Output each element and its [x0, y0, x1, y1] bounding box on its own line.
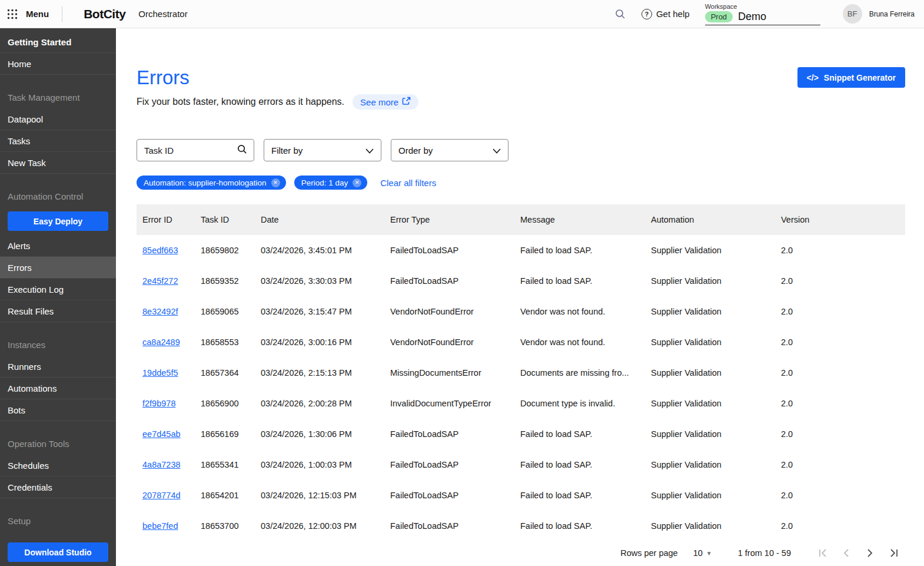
cell-automation: Supplier Validation: [645, 368, 775, 378]
clear-all-filters-link[interactable]: Clear all filters: [380, 178, 436, 188]
snippet-generator-button[interactable]: </> Snippet Generator: [797, 67, 905, 88]
user-menu[interactable]: BF Bruna Ferreira: [843, 4, 915, 24]
cell-date: 03/24/2026, 2:00:28 PM: [255, 399, 384, 408]
rows-per-page-dropdown[interactable]: 10 ▼: [693, 548, 712, 558]
code-icon: </>: [807, 73, 819, 82]
sidebar-heading-getting-started: Getting Started: [0, 31, 116, 53]
download-studio-button[interactable]: Download Studio: [8, 542, 108, 562]
avatar: BF: [843, 4, 862, 24]
column-header-error-type: Error Type: [384, 215, 514, 224]
cell-automation: Supplier Validation: [645, 521, 775, 531]
sidebar-item-schedules[interactable]: Schedules: [0, 455, 116, 476]
cell-date: 03/24/2026, 3:00:16 PM: [255, 337, 384, 347]
column-header-date: Date: [255, 215, 384, 224]
first-page-button[interactable]: [811, 545, 835, 561]
cell-error-id: f2f9b978: [137, 399, 195, 408]
cell-version: 2.0: [775, 491, 905, 500]
cell-version: 2.0: [775, 521, 905, 531]
cell-task-id: 18655341: [195, 460, 255, 469]
sidebar-heading-task-management: Task Management: [0, 87, 116, 108]
sidebar-item-result-files[interactable]: Result Files: [0, 300, 116, 322]
cell-task-id: 18659352: [195, 276, 255, 286]
cell-date: 03/24/2026, 1:00:03 PM: [255, 460, 384, 469]
topbar-divider: [62, 6, 62, 22]
table-row: 2e45f272 18659352 03/24/2026, 3:30:03 PM…: [137, 266, 905, 296]
active-filters: Automation: supplier-homologation ✕ Peri…: [137, 176, 905, 190]
order-by-dropdown[interactable]: Order by: [391, 139, 508, 161]
error-id-link[interactable]: 4a8a7238: [142, 460, 181, 469]
workspace-name: Demo: [738, 11, 766, 23]
cell-version: 2.0: [775, 337, 905, 347]
previous-page-button[interactable]: [835, 545, 858, 561]
pagination-bar: Rows per page 10 ▼ 1 from 10 - 59: [137, 545, 905, 561]
sidebar-item-home[interactable]: Home: [0, 53, 116, 75]
column-header-message: Message: [514, 215, 645, 224]
table-row: ee7d45ab 18656169 03/24/2026, 1:30:06 PM…: [137, 419, 905, 449]
snippet-generator-label: Snippet Generator: [824, 73, 896, 82]
apps-grid-icon[interactable]: [7, 9, 18, 19]
sidebar-item-alerts[interactable]: Alerts: [0, 235, 116, 257]
column-header-version: Version: [775, 215, 905, 224]
chevron-down-icon: [493, 145, 501, 155]
cell-message: Failed to load SAP.: [514, 276, 645, 286]
pagination-range: 1 from 10 - 59: [738, 548, 791, 558]
workspace-label: Workspace: [705, 3, 820, 10]
rows-per-page-value: 10: [693, 548, 703, 558]
sidebar-item-automations[interactable]: Automations: [0, 378, 116, 399]
cell-version: 2.0: [775, 460, 905, 469]
sidebar-item-errors[interactable]: Errors: [0, 257, 116, 279]
menu-button[interactable]: Menu: [26, 9, 49, 19]
sidebar-item-new-task[interactable]: New Task: [0, 152, 116, 174]
sidebar-item-credentials[interactable]: Credentials: [0, 476, 116, 498]
cell-message: Failed to load SAP.: [514, 521, 645, 531]
table-row: 4a8a7238 18655341 03/24/2026, 1:00:03 PM…: [137, 449, 905, 480]
close-icon[interactable]: ✕: [353, 178, 361, 187]
cell-error-type: MissingDocumentsError: [384, 368, 514, 378]
error-id-link[interactable]: 2078774d: [142, 491, 181, 500]
error-id-link[interactable]: ee7d45ab: [142, 429, 181, 439]
cell-error-type: InvalidDocumentTypeError: [384, 399, 514, 408]
cell-task-id: 18657364: [195, 368, 255, 378]
errors-table: Error ID Task ID Date Error Type Message…: [137, 204, 905, 541]
workspace-selector[interactable]: Workspace Prod Demo: [705, 3, 820, 25]
table-body: 85edf663 18659802 03/24/2026, 3:45:01 PM…: [137, 235, 905, 541]
error-id-link[interactable]: ca8a2489: [142, 337, 180, 347]
search-icon[interactable]: [614, 8, 626, 20]
sidebar-item-bots[interactable]: Bots: [0, 399, 116, 421]
cell-date: 03/24/2026, 3:30:03 PM: [255, 276, 384, 286]
close-icon[interactable]: ✕: [271, 178, 280, 187]
filter-by-dropdown[interactable]: Filter by: [264, 139, 381, 161]
sidebar-item-runners[interactable]: Runners: [0, 356, 116, 378]
error-id-link[interactable]: 8e32492f: [142, 307, 178, 316]
sidebar-item-tasks[interactable]: Tasks: [0, 130, 116, 152]
filter-chip-label: Period: 1 day: [301, 178, 348, 187]
get-help-button[interactable]: ? Get help: [642, 9, 690, 19]
see-more-link[interactable]: See more: [353, 94, 418, 110]
error-id-link[interactable]: 19dde5f5: [142, 368, 178, 378]
cell-error-id: bebe7fed: [137, 521, 195, 531]
sidebar: Getting Started Home Task Management Dat…: [0, 28, 116, 566]
table-row: bebe7fed 18653700 03/24/2026, 12:00:03 P…: [137, 511, 905, 541]
sidebar-item-datapool[interactable]: Datapool: [0, 108, 116, 130]
error-id-link[interactable]: bebe7fed: [142, 521, 178, 531]
env-badge: Prod: [705, 11, 733, 22]
cell-error-id: 19dde5f5: [137, 368, 195, 378]
last-page-button[interactable]: [882, 545, 905, 561]
cell-message: Vendor was not found.: [514, 337, 645, 347]
task-id-input[interactable]: [144, 145, 237, 155]
see-more-label: See more: [360, 97, 398, 107]
error-id-link[interactable]: f2f9b978: [142, 399, 175, 408]
easy-deploy-button[interactable]: Easy Deploy: [8, 211, 108, 231]
sidebar-item-execution-log[interactable]: Execution Log: [0, 279, 116, 300]
cell-error-type: FailedToLoadSAP: [384, 246, 514, 255]
cell-task-id: 18654201: [195, 491, 255, 500]
next-page-button[interactable]: [858, 545, 882, 561]
botcity-logo: BotCity: [84, 7, 125, 21]
cell-error-type: FailedToLoadSAP: [384, 429, 514, 439]
cell-date: 03/24/2026, 12:00:03 PM: [255, 521, 384, 531]
cell-task-id: 18656169: [195, 429, 255, 439]
cell-error-id: 2078774d: [137, 491, 195, 500]
error-id-link[interactable]: 2e45f272: [142, 276, 178, 286]
search-icon-small[interactable]: [237, 144, 248, 157]
error-id-link[interactable]: 85edf663: [142, 246, 178, 255]
